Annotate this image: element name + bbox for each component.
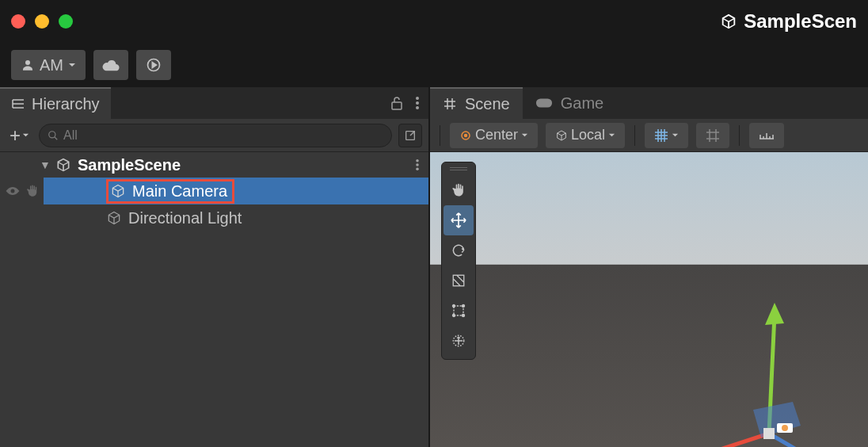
- transform-gizmo[interactable]: [599, 295, 820, 447]
- window-title: SampleScen: [720, 10, 857, 32]
- space-label: Local: [571, 127, 605, 143]
- scene-tab-label: Scene: [465, 95, 510, 113]
- chevron-down-icon: [68, 61, 76, 69]
- cube-icon: [555, 129, 568, 142]
- object-name: Main Camera: [132, 182, 227, 201]
- svg-point-46: [463, 315, 465, 317]
- row-menu-icon[interactable]: [416, 159, 419, 171]
- game-tab[interactable]: Game: [523, 87, 616, 119]
- scene-panel: Scene Game Center Local: [430, 87, 868, 447]
- maximize-window-button[interactable]: [59, 14, 73, 29]
- account-label: AM: [40, 56, 63, 74]
- top-toolbar: AM: [0, 43, 868, 87]
- window-controls: [11, 14, 73, 29]
- eye-icon[interactable]: [5, 185, 21, 197]
- svg-rect-7: [392, 102, 402, 109]
- increment-snap[interactable]: [749, 123, 784, 148]
- svg-marker-54: [753, 402, 801, 437]
- scene-tab-row: Scene Game: [430, 87, 868, 119]
- hierarchy-item-main-camera[interactable]: Main Camera: [0, 178, 428, 204]
- pivot-icon: [459, 129, 472, 142]
- divider: [739, 125, 740, 146]
- svg-point-43: [453, 305, 455, 308]
- hand-icon: [451, 182, 466, 198]
- hierarchy-item-directional-light[interactable]: Directional Light: [0, 204, 428, 231]
- cube-icon: [110, 183, 126, 199]
- play-icon: [146, 57, 162, 73]
- search-icon: [48, 130, 59, 141]
- gamepad-icon: [535, 97, 553, 109]
- space-dropdown[interactable]: Local: [546, 123, 625, 148]
- hierarchy-search-input[interactable]: All: [39, 124, 392, 147]
- svg-line-12: [55, 136, 58, 139]
- hand-icon[interactable]: [25, 184, 40, 198]
- unity-icon: [720, 13, 737, 30]
- rotate-icon: [451, 243, 466, 258]
- svg-marker-1: [152, 63, 156, 68]
- hierarchy-tab[interactable]: Hierarchy: [0, 87, 111, 119]
- divider: [634, 125, 635, 146]
- rotate-tool[interactable]: [444, 235, 474, 266]
- grid-toggle[interactable]: [645, 123, 688, 148]
- rect-icon: [451, 304, 466, 318]
- grid-icon: [443, 97, 457, 111]
- hierarchy-icon: [11, 98, 25, 109]
- cloud-button[interactable]: [93, 50, 128, 80]
- scale-icon: [451, 273, 466, 288]
- minimize-window-button[interactable]: [35, 14, 49, 29]
- svg-point-9: [416, 101, 419, 105]
- svg-marker-53: [765, 303, 784, 325]
- pivot-dropdown[interactable]: Center: [450, 123, 538, 148]
- game-tab-label: Game: [561, 94, 603, 113]
- popout-icon: [404, 129, 417, 142]
- unlock-icon[interactable]: [390, 96, 403, 110]
- user-icon: [21, 58, 35, 72]
- move-tool[interactable]: [444, 205, 474, 235]
- panel-menu-icon[interactable]: [416, 96, 419, 110]
- svg-point-10: [416, 106, 419, 109]
- transform-tool[interactable]: [444, 326, 474, 356]
- account-button[interactable]: AM: [11, 50, 86, 80]
- scene-toolbar: Center Local: [430, 119, 868, 152]
- cloud-icon: [102, 59, 120, 71]
- chevron-down-icon: [608, 132, 615, 139]
- snap-icon: [706, 128, 720, 143]
- hierarchy-tree: ▼ SampleScene Main Camera Directional Li…: [0, 152, 428, 447]
- svg-rect-42: [454, 306, 463, 315]
- window-title-text: SampleScen: [744, 10, 857, 32]
- unity-scene-icon: [55, 157, 71, 173]
- search-placeholder: All: [63, 128, 78, 143]
- svg-point-0: [25, 60, 30, 65]
- scene-row[interactable]: ▼ SampleScene: [0, 152, 428, 178]
- scene-tool-palette: [441, 162, 476, 360]
- close-window-button[interactable]: [11, 14, 25, 29]
- scene-tab[interactable]: Scene: [430, 87, 523, 119]
- hierarchy-tab-label: Hierarchy: [32, 95, 100, 113]
- scale-tool[interactable]: [444, 266, 474, 296]
- svg-line-50: [769, 434, 817, 447]
- rect-tool[interactable]: [444, 296, 474, 326]
- expand-search-button[interactable]: [398, 124, 422, 147]
- chevron-down-icon: [22, 132, 29, 139]
- snap-toggle[interactable]: [696, 123, 729, 148]
- svg-point-11: [49, 131, 55, 137]
- expand-arrow-icon[interactable]: ▼: [40, 159, 51, 171]
- cube-icon: [106, 210, 122, 226]
- play-button[interactable]: [136, 50, 171, 80]
- grid-visibility-icon: [654, 128, 668, 143]
- pivot-label: Center: [475, 127, 518, 143]
- svg-point-45: [453, 315, 455, 317]
- move-icon: [450, 212, 467, 229]
- drag-handle-icon[interactable]: [450, 166, 467, 172]
- hierarchy-tab-row: Hierarchy: [0, 87, 428, 119]
- svg-point-15: [416, 159, 419, 162]
- hand-tool[interactable]: [444, 175, 474, 205]
- chevron-down-icon: [672, 132, 679, 139]
- add-gameobject-button[interactable]: +: [6, 124, 32, 147]
- hierarchy-toolbar: + All: [0, 119, 428, 152]
- svg-point-8: [416, 97, 419, 100]
- svg-point-44: [463, 305, 465, 308]
- ruler-icon: [759, 131, 775, 140]
- scene-viewport[interactable]: [430, 152, 868, 447]
- chevron-down-icon: [521, 132, 528, 139]
